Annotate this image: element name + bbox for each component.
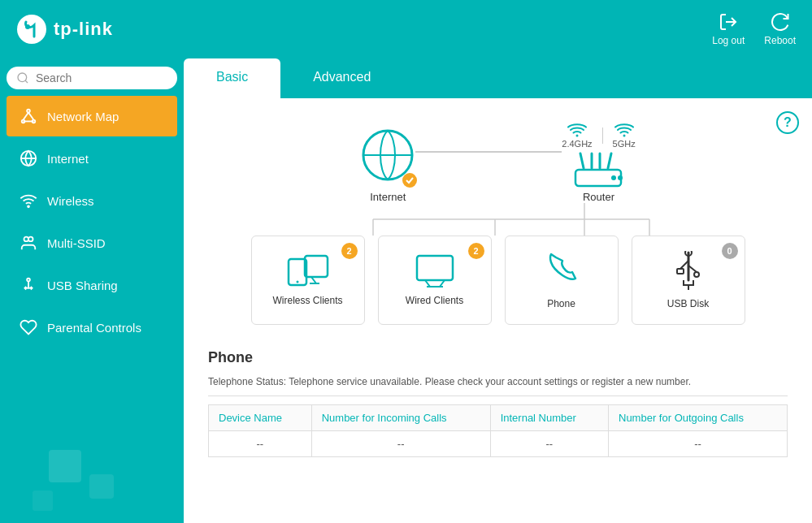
svg-point-5	[27, 110, 30, 113]
main-layout: Network Map Internet Wireless	[0, 58, 812, 523]
sidebar-item-network-map[interactable]: Network Map	[7, 96, 177, 136]
wired-clients-label: Wired Clients	[406, 295, 463, 306]
wired-clients-card[interactable]: 2 Wired Clients	[378, 236, 492, 325]
sidebar-item-usb-sharing[interactable]: USB Sharing	[7, 265, 177, 305]
svg-point-31	[618, 175, 623, 180]
svg-point-1	[25, 24, 30, 29]
wifi-24ghz-icon	[567, 123, 587, 137]
wifi-divider	[602, 128, 603, 144]
network-map-icon	[20, 107, 37, 125]
svg-point-0	[17, 15, 46, 44]
parental-controls-icon	[20, 318, 37, 336]
network-diagram: Internet	[208, 123, 788, 325]
cell-internal: --	[490, 431, 608, 457]
svg-rect-50	[677, 269, 684, 274]
search-input[interactable]	[36, 71, 167, 84]
logo-area: tp-link	[16, 14, 113, 45]
content-area: Basic Advanced ?	[184, 58, 812, 523]
phone-table-head: Device Name Number for Incoming Calls In…	[209, 405, 788, 431]
svg-line-9	[28, 112, 33, 119]
usb-disk-label: USB Disk	[667, 298, 709, 309]
tree-connector	[303, 203, 693, 236]
col-outgoing-calls: Number for Outgoing Calls	[609, 405, 788, 431]
clients-row: 2 Wireless Clients	[251, 236, 745, 325]
phone-section: Phone Telephone Status: Telephone servic…	[208, 341, 788, 457]
phone-card[interactable]: Phone	[505, 236, 619, 325]
svg-line-25	[580, 153, 584, 168]
wifi-badges: 2.4GHz 5GHz	[562, 123, 635, 149]
tab-advanced[interactable]: Advanced	[280, 58, 403, 98]
header: tp-link Log out Reboot	[0, 0, 812, 58]
svg-line-8	[24, 112, 28, 119]
svg-point-30	[611, 175, 616, 180]
svg-point-24	[623, 135, 625, 137]
cell-outgoing: --	[609, 431, 788, 457]
phone-section-title: Phone	[208, 349, 788, 366]
svg-point-52	[694, 272, 699, 277]
reboot-icon	[771, 12, 790, 32]
svg-point-13	[28, 205, 29, 207]
internet-node: Internet	[360, 128, 415, 203]
help-icon[interactable]: ?	[776, 111, 799, 134]
router-icon	[569, 152, 627, 191]
svg-rect-43	[417, 256, 453, 280]
svg-rect-19	[89, 474, 114, 499]
wireless-clients-card[interactable]: 2 Wireless Clients	[251, 236, 365, 325]
multi-ssid-icon	[20, 234, 37, 252]
usb-disk-badge: 0	[722, 243, 738, 259]
table-row: -- -- -- --	[209, 431, 788, 457]
internet-icon	[20, 149, 37, 167]
top-row: Internet	[254, 123, 742, 203]
connector-line-internet-router	[415, 151, 562, 153]
header-actions: Log out Reboot	[712, 12, 796, 46]
wifi-24ghz-badge: 2.4GHz	[562, 123, 592, 149]
wifi-5ghz-icon	[614, 123, 634, 137]
phone-status-text: Telephone Status: Telephone service unav…	[208, 376, 788, 396]
col-internal-number: Internal Number	[490, 405, 608, 431]
phone-table-header-row: Device Name Number for Incoming Calls In…	[209, 405, 788, 431]
svg-point-39	[296, 281, 298, 283]
reboot-button[interactable]: Reboot	[764, 12, 796, 46]
tree-lines-svg	[303, 203, 693, 236]
router-label: Router	[583, 191, 614, 203]
tp-link-logo-icon	[16, 14, 47, 45]
main-content: ?	[184, 98, 812, 523]
wifi-5ghz-badge: 5GHz	[613, 123, 636, 149]
sidebar-item-wireless[interactable]: Wireless	[7, 180, 177, 221]
usb-disk-card[interactable]: 0	[632, 236, 745, 325]
phone-table: Device Name Number for Incoming Calls In…	[208, 404, 788, 457]
checkmark-badge	[402, 173, 417, 188]
tab-basic[interactable]: Basic	[184, 58, 280, 98]
internet-icon-container	[360, 128, 415, 186]
phone-label: Phone	[547, 298, 575, 309]
wired-clients-icon	[414, 254, 456, 288]
wireless-clients-label: Wireless Clients	[272, 295, 342, 306]
svg-point-16	[27, 279, 30, 282]
svg-line-28	[608, 153, 611, 168]
search-box[interactable]	[7, 67, 177, 89]
svg-rect-18	[49, 450, 81, 482]
sidebar-decoration	[0, 426, 184, 523]
logout-icon	[719, 12, 738, 32]
sidebar-item-parental-controls[interactable]: Parental Controls	[7, 307, 177, 348]
usb-sharing-icon	[20, 276, 37, 294]
search-icon	[16, 71, 29, 84]
usb-disk-icon	[672, 251, 705, 292]
sidebar-item-multi-ssid[interactable]: Multi-SSID	[7, 223, 177, 263]
internet-label: Internet	[370, 191, 406, 203]
svg-rect-20	[33, 491, 53, 511]
router-node: 2.4GHz 5GHz	[562, 123, 635, 203]
check-icon	[405, 175, 415, 185]
wireless-icon	[20, 192, 37, 210]
svg-point-15	[28, 237, 33, 242]
phone-icon	[545, 251, 579, 292]
svg-point-3	[18, 73, 27, 82]
col-device-name: Device Name	[209, 405, 312, 431]
wireless-clients-badge: 2	[341, 243, 358, 259]
cell-device-name: --	[209, 431, 312, 457]
logout-button[interactable]: Log out	[712, 12, 745, 46]
tabs-bar: Basic Advanced	[184, 58, 812, 98]
cell-incoming: --	[311, 431, 490, 457]
wireless-clients-icon	[287, 254, 329, 288]
sidebar-item-internet[interactable]: Internet	[7, 138, 177, 179]
